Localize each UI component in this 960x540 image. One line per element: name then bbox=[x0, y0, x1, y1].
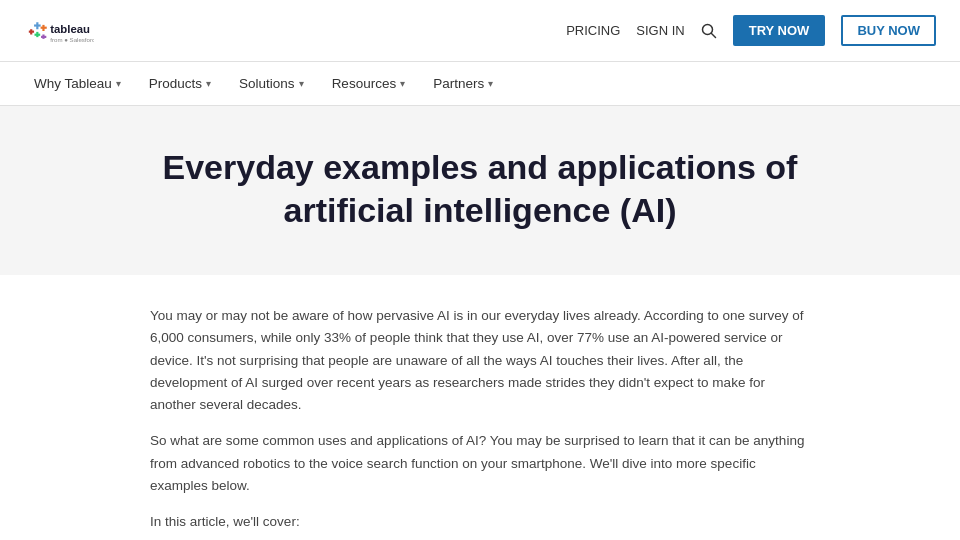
hero-section: Everyday examples and applications of ar… bbox=[0, 106, 960, 275]
pricing-link[interactable]: PRICING bbox=[566, 23, 620, 38]
header-left: tableau from ● Salesforce bbox=[24, 9, 94, 53]
site-header: tableau from ● Salesforce PRICING SIGN I… bbox=[0, 0, 960, 62]
toc-intro: In this article, we'll cover: bbox=[150, 511, 810, 533]
intro-paragraph-2: So what are some common uses and applica… bbox=[150, 430, 810, 497]
svg-rect-5 bbox=[29, 30, 34, 32]
nav-item-resources[interactable]: Resources ▾ bbox=[322, 62, 416, 106]
tableau-logo-svg: tableau from ● Salesforce bbox=[24, 9, 94, 53]
svg-rect-3 bbox=[41, 26, 47, 28]
svg-rect-9 bbox=[41, 35, 46, 37]
page-title: Everyday examples and applications of ar… bbox=[130, 146, 830, 231]
header-right: PRICING SIGN IN TRY NOW BUY NOW bbox=[566, 15, 936, 46]
chevron-down-icon: ▾ bbox=[488, 78, 493, 89]
chevron-down-icon: ▾ bbox=[116, 78, 121, 89]
nav-item-partners[interactable]: Partners ▾ bbox=[423, 62, 503, 106]
svg-text:tableau: tableau bbox=[50, 22, 90, 34]
main-nav: Why Tableau ▾ Products ▾ Solutions ▾ Res… bbox=[0, 62, 960, 106]
nav-item-why-tableau[interactable]: Why Tableau ▾ bbox=[24, 62, 131, 106]
logo[interactable]: tableau from ● Salesforce bbox=[24, 9, 94, 53]
chevron-down-icon: ▾ bbox=[400, 78, 405, 89]
buy-now-button[interactable]: BUY NOW bbox=[841, 15, 936, 46]
svg-line-13 bbox=[711, 33, 715, 37]
nav-item-products[interactable]: Products ▾ bbox=[139, 62, 221, 106]
search-icon bbox=[701, 23, 717, 39]
search-icon-button[interactable] bbox=[701, 23, 717, 39]
try-now-button[interactable]: TRY NOW bbox=[733, 15, 826, 46]
svg-text:from ● Salesforce: from ● Salesforce bbox=[50, 35, 94, 42]
article-content: You may or may not be aware of how perva… bbox=[130, 275, 830, 540]
svg-rect-1 bbox=[34, 24, 41, 26]
chevron-down-icon: ▾ bbox=[299, 78, 304, 89]
svg-rect-7 bbox=[35, 33, 41, 35]
nav-item-solutions[interactable]: Solutions ▾ bbox=[229, 62, 314, 106]
signin-link[interactable]: SIGN IN bbox=[636, 23, 684, 38]
intro-paragraph-1: You may or may not be aware of how perva… bbox=[150, 305, 810, 416]
chevron-down-icon: ▾ bbox=[206, 78, 211, 89]
